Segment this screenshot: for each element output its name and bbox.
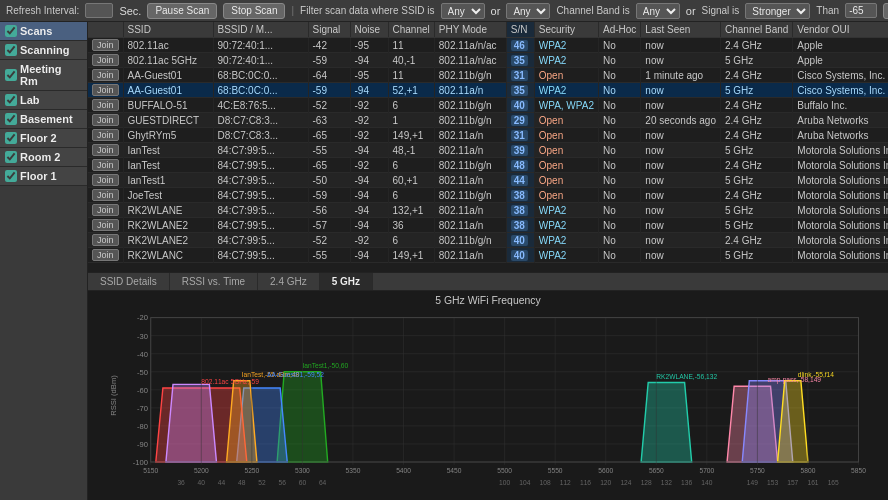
col-header-adhoc[interactable]: Ad-Hoc xyxy=(598,22,640,38)
signal-threshold-input[interactable] xyxy=(845,3,877,18)
sidebar-scans-checkbox[interactable] xyxy=(5,25,17,37)
col-header-vendor[interactable]: Vendor OUI xyxy=(793,22,888,38)
row-join-btn[interactable]: Join xyxy=(88,173,123,188)
col-header-lastseen[interactable]: Last Seen xyxy=(641,22,721,38)
table-row[interactable]: Join IanTest1 84:C7:99:5... -50 -94 60,+… xyxy=(88,173,888,188)
sidebar-floor1-checkbox[interactable] xyxy=(5,170,17,182)
band-label: Channel Band is xyxy=(556,5,629,16)
row-security: WPA, WPA2 xyxy=(534,98,598,113)
svg-text:-20: -20 xyxy=(137,313,148,322)
sidebar-meetingroom-label: Meeting Rm xyxy=(20,63,82,87)
col-header-phy[interactable]: PHY Mode xyxy=(434,22,506,38)
row-join-btn[interactable]: Join xyxy=(88,218,123,233)
col-header-snr[interactable]: S/N xyxy=(506,22,534,38)
sidebar-basement-checkbox[interactable] xyxy=(5,113,17,125)
row-lastseen: now xyxy=(641,173,721,188)
row-adhoc: No xyxy=(598,218,640,233)
sidebar-meetingroom-checkbox[interactable] xyxy=(5,69,17,81)
svg-text:108: 108 xyxy=(540,479,551,486)
col-header-noise[interactable]: Noise xyxy=(350,22,388,38)
tab-ssid-details[interactable]: SSID Details xyxy=(88,273,170,290)
col-header-band[interactable]: Channel Band xyxy=(720,22,792,38)
sidebar-item-meetingroom[interactable]: Meeting Rm xyxy=(0,60,87,90)
band-select[interactable]: Any xyxy=(636,3,680,19)
sidebar-item-scanning[interactable]: Scanning xyxy=(0,41,87,59)
sidebar-basement-label: Basement xyxy=(20,113,82,125)
table-row[interactable]: Join RK2WLANE2 84:C7:99:5... -52 -92 6 8… xyxy=(88,233,888,248)
tab-5ghz[interactable]: 5 GHz xyxy=(320,273,373,290)
reset-filter-button[interactable]: Reset Filter xyxy=(883,3,888,19)
tab-rssi-time[interactable]: RSSI vs. Time xyxy=(170,273,258,290)
row-join-btn[interactable]: Join xyxy=(88,143,123,158)
sidebar-item-basement[interactable]: Basement xyxy=(0,110,87,128)
table-row[interactable]: Join AA-Guest01 68:BC:0C:0... -59 -94 52… xyxy=(88,83,888,98)
sidebar-lab-checkbox[interactable] xyxy=(5,94,17,106)
sidebar-item-floor1[interactable]: Floor 1 xyxy=(0,167,87,185)
row-lastseen: 1 minute ago xyxy=(641,68,721,83)
table-row[interactable]: Join GhytRYm5 D8:C7:C8:3... -65 -92 149,… xyxy=(88,128,888,143)
row-join-btn[interactable]: Join xyxy=(88,233,123,248)
row-join-btn[interactable]: Join xyxy=(88,68,123,83)
row-phy: 802.11a/n xyxy=(434,173,506,188)
row-join-btn[interactable]: Join xyxy=(88,158,123,173)
col-header-ssid[interactable]: SSID xyxy=(123,22,213,38)
refresh-input[interactable] xyxy=(85,3,113,18)
col-header-signal[interactable]: Signal xyxy=(308,22,350,38)
table-row[interactable]: Join AA-Guest01 68:BC:0C:0... -64 -95 11… xyxy=(88,68,888,83)
table-row[interactable]: Join RK2WLANC 84:C7:99:5... -55 -94 149,… xyxy=(88,248,888,263)
row-join-btn[interactable]: Join xyxy=(88,188,123,203)
row-adhoc: No xyxy=(598,248,640,263)
sidebar-item-scans[interactable]: Scans xyxy=(0,22,87,40)
col-header-channel[interactable]: Channel xyxy=(388,22,434,38)
sidebar-lab-label: Lab xyxy=(20,94,82,106)
svg-text:104: 104 xyxy=(519,479,530,486)
chart-svg: -20-30-40-50-60-70-80-90-1005 GHz WiFi F… xyxy=(88,291,888,500)
row-lastseen: now xyxy=(641,248,721,263)
table-row[interactable]: Join JoeTest 84:C7:99:5... -59 -94 6 802… xyxy=(88,188,888,203)
row-join-btn[interactable]: Join xyxy=(88,98,123,113)
row-join-btn[interactable]: Join xyxy=(88,128,123,143)
wifi-table-container[interactable]: SSID BSSID / M... Signal Noise Channel P… xyxy=(88,22,888,272)
col-header-bssid[interactable]: BSSID / M... xyxy=(213,22,308,38)
table-row[interactable]: Join 802.11ac 90:72:40:1... -42 -95 11 8… xyxy=(88,38,888,53)
sidebar-room2-checkbox[interactable] xyxy=(5,151,17,163)
sidebar-item-lab[interactable]: Lab xyxy=(0,91,87,109)
table-row[interactable]: Join 802.11ac 5GHz 90:72:40:1... -59 -94… xyxy=(88,53,888,68)
row-bssid: D8:C7:C8:3... xyxy=(213,113,308,128)
channel-select[interactable]: Any xyxy=(506,3,550,19)
stop-scan-button[interactable]: Stop Scan xyxy=(223,3,285,19)
sidebar-item-floor2[interactable]: Floor 2 xyxy=(0,129,87,147)
svg-text:5750: 5750 xyxy=(750,467,765,474)
row-noise: -92 xyxy=(350,158,388,173)
row-join-btn[interactable]: Join xyxy=(88,203,123,218)
col-header-security[interactable]: Security xyxy=(534,22,598,38)
table-row[interactable]: Join IanTest 84:C7:99:5... -55 -94 48,-1… xyxy=(88,143,888,158)
signal-select[interactable]: Stronger xyxy=(745,3,810,19)
table-header-row: SSID BSSID / M... Signal Noise Channel P… xyxy=(88,22,888,38)
row-join-btn[interactable]: Join xyxy=(88,83,123,98)
content-area: SSID BSSID / M... Signal Noise Channel P… xyxy=(88,22,888,500)
row-join-btn[interactable]: Join xyxy=(88,113,123,128)
pause-scan-button[interactable]: Pause Scan xyxy=(147,3,217,19)
svg-text:157: 157 xyxy=(787,479,798,486)
row-join-btn[interactable]: Join xyxy=(88,38,123,53)
tab-24ghz[interactable]: 2.4 GHz xyxy=(258,273,320,290)
row-ssid: IanTest xyxy=(123,158,213,173)
row-vendor: Cisco Systems, Inc. xyxy=(793,68,888,83)
row-signal: -55 xyxy=(308,143,350,158)
row-phy: 802.11a/n/ac xyxy=(434,53,506,68)
table-row[interactable]: Join RK2WLANE2 84:C7:99:5... -57 -94 36 … xyxy=(88,218,888,233)
sidebar-item-room2[interactable]: Room 2 xyxy=(0,148,87,166)
table-row[interactable]: Join BUFFALO-51 4C:E8:76:5... -52 -92 6 … xyxy=(88,98,888,113)
row-join-btn[interactable]: Join xyxy=(88,53,123,68)
row-signal: -42 xyxy=(308,38,350,53)
row-join-btn[interactable]: Join xyxy=(88,248,123,263)
row-lastseen: now xyxy=(641,83,721,98)
sidebar-scanning-checkbox[interactable] xyxy=(5,44,17,56)
col-header-action[interactable] xyxy=(88,22,123,38)
table-row[interactable]: Join GUESTDIRECT D8:C7:C8:3... -63 -92 1… xyxy=(88,113,888,128)
sidebar-floor2-checkbox[interactable] xyxy=(5,132,17,144)
table-row[interactable]: Join RK2WLANE 84:C7:99:5... -56 -94 132,… xyxy=(88,203,888,218)
filter-ssid-select[interactable]: Any xyxy=(441,3,485,19)
table-row[interactable]: Join IanTest 84:C7:99:5... -65 -92 6 802… xyxy=(88,158,888,173)
